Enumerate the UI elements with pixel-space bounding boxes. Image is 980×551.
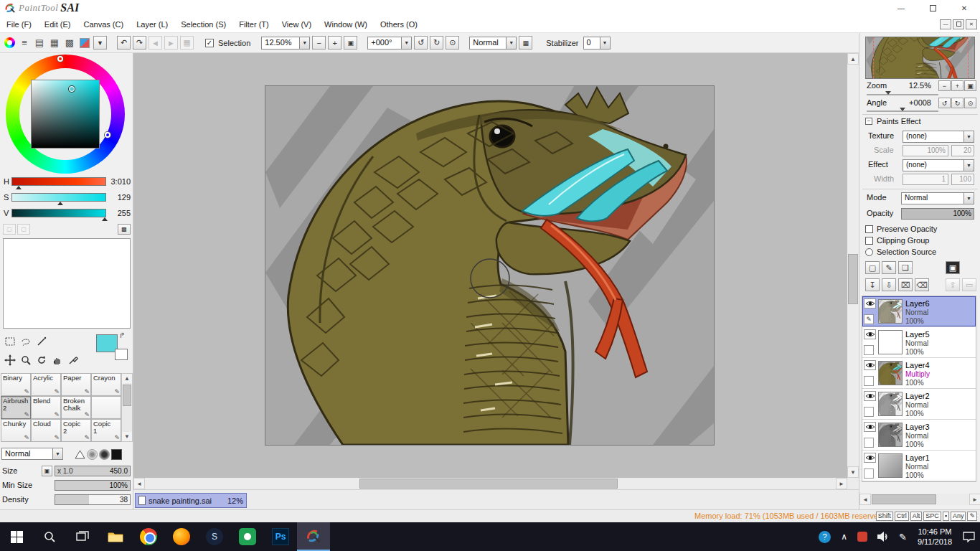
canvas-viewport[interactable]: [133, 53, 847, 478]
nav-zoom-slider[interactable]: [867, 94, 938, 95]
scratchpad[interactable]: [3, 238, 131, 329]
nav-rotate-reset-button[interactable]: ⊙: [964, 98, 976, 108]
color-wheel-panel-icon[interactable]: [3, 37, 16, 50]
scroll-up-icon[interactable]: ▲: [847, 53, 859, 65]
angle-value[interactable]: +000°: [367, 37, 402, 50]
clipping-group-row[interactable]: Clipping Group: [865, 235, 929, 245]
brush-blend-mode-dropdown-icon[interactable]: ▼: [53, 448, 63, 460]
window-restore-button[interactable]: [917, 0, 948, 16]
new-layer-button[interactable]: ▢: [865, 261, 880, 274]
selection-source-row[interactable]: Selection Source: [865, 247, 936, 257]
layer-mask-button[interactable]: ▣: [946, 261, 960, 274]
nav-rotate-cw-button[interactable]: ↻: [951, 98, 963, 108]
clipping-group-checkbox[interactable]: [865, 237, 873, 245]
zoom-fit-button[interactable]: ▣: [344, 36, 357, 50]
collapse-icon[interactable]: −: [865, 118, 872, 125]
swatches-panel-icon[interactable]: ▦: [48, 37, 61, 50]
nav-zoom-slider-marker[interactable]: [885, 91, 891, 95]
layer-mode-dropdown-icon[interactable]: ▼: [964, 192, 974, 204]
menu-filter[interactable]: Filter (T): [232, 16, 275, 33]
layer-row-layer3[interactable]: Layer3 Normal 100%: [862, 420, 976, 451]
rect-select-tool[interactable]: [3, 334, 17, 349]
layer-visibility-toggle[interactable]: [864, 453, 876, 463]
layer-visibility-toggle[interactable]: [864, 360, 876, 370]
document-tab[interactable]: snake painting.sai 12%: [135, 493, 247, 508]
undo-button[interactable]: ↶: [117, 36, 131, 50]
canvas-document[interactable]: [265, 86, 714, 445]
angle-dropdown-icon[interactable]: ▼: [402, 37, 412, 50]
history-back-button[interactable]: ◄: [149, 36, 162, 50]
new-layer-set-button[interactable]: ❏: [898, 261, 913, 274]
doc-minimize-button[interactable]: —: [940, 19, 951, 29]
paint-mode-value[interactable]: Normal: [469, 37, 507, 50]
brush-blend[interactable]: Blend✎: [31, 396, 61, 419]
window-minimize-button[interactable]: —: [885, 0, 917, 16]
color-slider-panel-icon[interactable]: ≡: [18, 37, 31, 50]
lasso-tool[interactable]: [19, 334, 33, 349]
panel-dropdown-button[interactable]: ▼: [93, 36, 107, 50]
layer-row-layer2[interactable]: Layer2 Normal 100%: [862, 389, 976, 420]
paint-mode-dropdown-icon[interactable]: ▼: [507, 37, 517, 50]
sv-marker[interactable]: [69, 86, 75, 92]
nav-zoom-out-button[interactable]: −: [938, 80, 951, 91]
nav-zoom-reset-button[interactable]: ▣: [964, 80, 976, 91]
action-center-button[interactable]: [958, 522, 980, 551]
value-slider-marker[interactable]: [102, 217, 108, 221]
layer-visibility-toggle[interactable]: [864, 298, 876, 309]
texture-scale-value[interactable]: 100%: [903, 145, 948, 156]
layer-mode-value[interactable]: Normal: [901, 192, 964, 204]
canvas-vertical-scrollbar[interactable]: ▲ ▼: [847, 53, 859, 478]
chrome-button[interactable]: [132, 522, 165, 551]
zoom-dropdown-icon[interactable]: ▼: [300, 37, 310, 50]
layers-horizontal-scrollbar[interactable]: ◄ ►: [859, 494, 980, 505]
delete-layer-button[interactable]: ⌫: [915, 278, 929, 291]
stabilizer-dropdown-icon[interactable]: ▼: [600, 37, 611, 50]
nav-angle-slider-marker[interactable]: [900, 108, 905, 111]
brush-tip-soft-circle[interactable]: [87, 449, 98, 460]
canvas-horizontal-scrollbar[interactable]: ◄ ►: [133, 478, 847, 489]
steam-button[interactable]: S: [198, 522, 231, 551]
menu-window[interactable]: Window (W): [318, 16, 374, 33]
hue-ring[interactable]: [6, 55, 125, 174]
zoom-combo[interactable]: 12.50% ▼: [261, 37, 310, 50]
sai-taskbar-button[interactable]: [297, 522, 330, 551]
nav-zoom-in-button[interactable]: +: [951, 80, 963, 91]
swap-colors-icon[interactable]: ↱: [119, 331, 125, 339]
menu-selection[interactable]: Selection (S): [174, 16, 232, 33]
brush-airbrush2[interactable]: Airbrush 2✎: [1, 396, 31, 419]
menu-view[interactable]: View (V): [275, 16, 318, 33]
rotate-tool[interactable]: [34, 353, 49, 367]
texture-dropdown-icon[interactable]: ▼: [964, 131, 974, 143]
volume-button[interactable]: [872, 522, 894, 551]
layer-row-layer6[interactable]: ✎ Layer6 Normal 100%: [862, 296, 976, 327]
rotate-ccw-button[interactable]: ↺: [414, 36, 428, 50]
brush-scroll-up-icon[interactable]: ▲: [122, 374, 132, 383]
stabilizer-combo[interactable]: 0 ▼: [583, 37, 611, 50]
menu-edit[interactable]: Edit (E): [38, 16, 77, 33]
taskbar-clock[interactable]: 10:46 PM 9/11/2018: [912, 527, 958, 547]
doc-close-button[interactable]: ✕: [966, 19, 977, 29]
scratch-prev-button[interactable]: ▢: [3, 224, 16, 235]
layer-opacity-slider[interactable]: 100%: [901, 208, 974, 220]
effect-combo[interactable]: (none) ▼: [903, 159, 974, 171]
size-slider[interactable]: x 1.0 450.0: [55, 466, 131, 476]
brush-tip-triangle[interactable]: [75, 449, 85, 460]
window-close-button[interactable]: ✕: [948, 0, 980, 16]
brush-binary[interactable]: Binary✎: [1, 373, 31, 396]
effect-dropdown-icon[interactable]: ▼: [964, 159, 974, 171]
texture-combo[interactable]: (none) ▼: [903, 131, 974, 143]
brush-cloud[interactable]: Cloud✎: [31, 419, 61, 442]
brush-blend-mode-combo[interactable]: Normal ▼: [1, 448, 63, 460]
tray-app-button[interactable]: [852, 522, 872, 551]
color-mixer-panel-icon[interactable]: ▤: [33, 37, 46, 50]
layer-thumbnail[interactable]: [878, 392, 903, 416]
brush-paper[interactable]: Paper✎: [61, 373, 91, 396]
scroll-right-icon[interactable]: ►: [836, 478, 847, 489]
zoom-out-button[interactable]: −: [312, 36, 326, 50]
zoom-in-button[interactable]: +: [328, 36, 341, 50]
brush-broken-chalk[interactable]: Broken Chalk✎: [61, 396, 91, 419]
taskbar-search-button[interactable]: [33, 522, 66, 551]
extra-layer-button[interactable]: ▭: [962, 278, 976, 291]
transfer-down-button[interactable]: ↧: [865, 278, 880, 291]
pen-settings-button[interactable]: ✎: [894, 522, 912, 551]
